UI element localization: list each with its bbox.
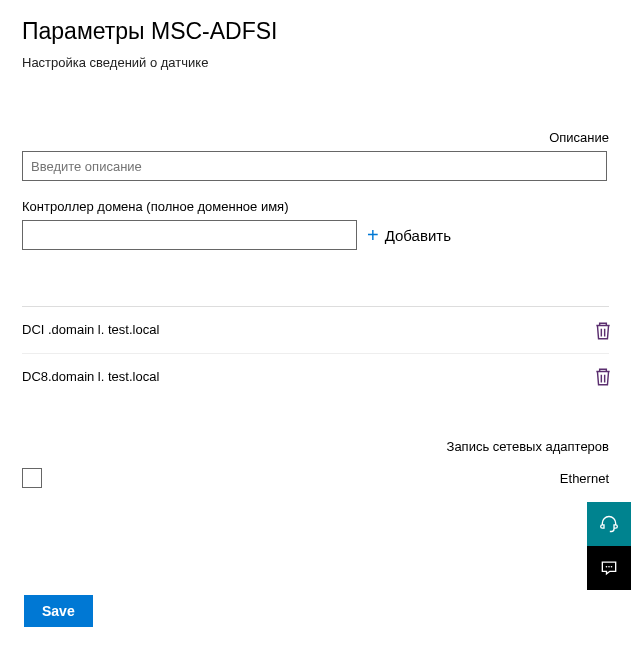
save-button[interactable]: Save	[24, 595, 93, 627]
svg-point-2	[611, 566, 613, 568]
svg-point-0	[606, 566, 608, 568]
settings-panel: Параметры MSC-ADFSI Настройка сведений о…	[0, 0, 631, 645]
ethernet-row: Ethernet	[22, 468, 609, 488]
headset-icon	[599, 514, 619, 534]
trash-icon[interactable]	[593, 367, 609, 385]
network-adapters-label: Запись сетевых адаптеров	[22, 439, 609, 454]
add-button[interactable]: + Добавить	[367, 224, 451, 247]
description-input[interactable]	[22, 151, 607, 181]
support-button[interactable]	[587, 502, 631, 546]
feedback-button[interactable]	[587, 546, 631, 590]
page-subtitle: Настройка сведений о датчике	[22, 55, 609, 70]
list-item: DC8.domain l. test.local	[22, 353, 609, 399]
page-title: Параметры MSC-ADFSI	[22, 18, 609, 45]
floating-buttons	[587, 502, 631, 590]
description-label: Описание	[22, 130, 609, 145]
list-item: DCI .domain l. test.local	[22, 307, 609, 353]
dc-name: DC8.domain l. test.local	[22, 369, 159, 384]
dc-input[interactable]	[22, 220, 357, 250]
plus-icon: +	[367, 224, 379, 247]
trash-icon[interactable]	[593, 321, 609, 339]
ethernet-checkbox[interactable]	[22, 468, 42, 488]
dc-name: DCI .domain l. test.local	[22, 322, 159, 337]
add-button-label: Добавить	[385, 227, 451, 244]
chat-icon	[599, 558, 619, 578]
dc-input-row: + Добавить	[22, 220, 609, 250]
ethernet-label: Ethernet	[560, 471, 609, 486]
svg-point-1	[608, 566, 610, 568]
dc-label: Контроллер домена (полное доменное имя)	[22, 199, 609, 214]
